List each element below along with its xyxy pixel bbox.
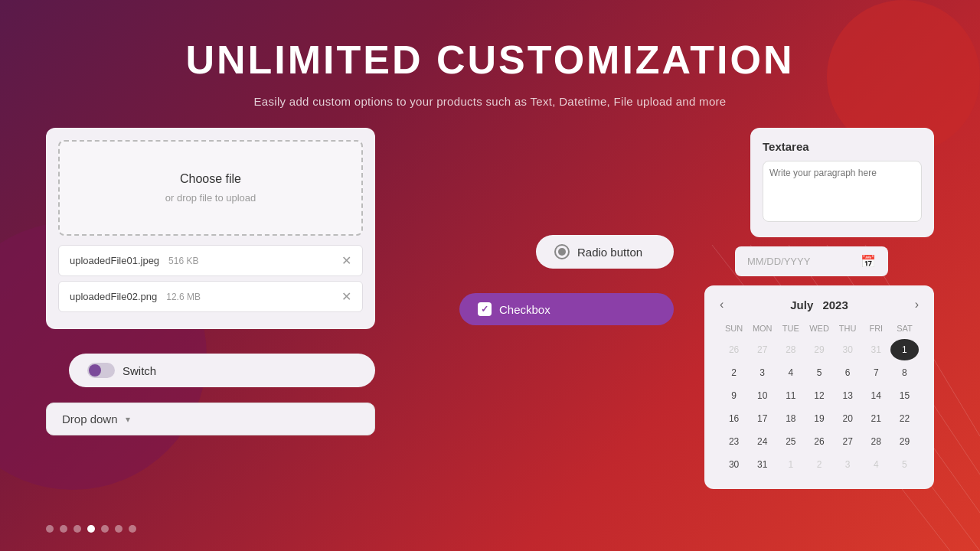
textarea-widget: Textarea: [750, 128, 934, 237]
day-header-sat: SAT: [890, 321, 919, 336]
calendar-widget: ‹ July 2023 › SUN MON TUE WED: [704, 285, 934, 489]
cal-day[interactable]: 3: [834, 454, 862, 475]
cal-day[interactable]: 15: [890, 385, 919, 406]
textarea-field[interactable]: [763, 161, 922, 222]
carousel-dot-1[interactable]: [46, 525, 54, 533]
cal-day[interactable]: 10: [748, 385, 776, 406]
radio-widget[interactable]: Radio button: [536, 235, 674, 269]
carousel-dot-7[interactable]: [129, 525, 136, 533]
file-drop-zone[interactable]: Choose file or drop file to upload: [58, 140, 363, 236]
calendar-month-year: July 2023: [790, 298, 848, 311]
date-placeholder: MM/DD/YYYY: [747, 256, 854, 267]
cal-day[interactable]: 19: [805, 408, 833, 429]
radio-label: Radio button: [577, 246, 642, 259]
cal-day[interactable]: 6: [834, 362, 862, 383]
day-header-fri: FRI: [862, 321, 890, 336]
calendar-week-2: 2 3 4 5 6 7 8: [720, 362, 919, 383]
cal-day-selected[interactable]: 1: [890, 339, 919, 360]
cal-day[interactable]: 7: [862, 362, 890, 383]
file-size-1: 516 KB: [168, 256, 198, 266]
carousel-dot-4-active[interactable]: [87, 525, 95, 533]
radio-dot: [554, 244, 570, 259]
cal-day[interactable]: 18: [776, 408, 805, 429]
cal-day[interactable]: 17: [748, 408, 776, 429]
left-column: Choose file or drop file to upload uploa…: [46, 128, 375, 435]
calendar-grid: SUN MON TUE WED THU FRI SAT 26 27 2: [720, 321, 919, 475]
checkbox-box: ✓: [478, 302, 492, 316]
content-container: Choose file or drop file to upload uploa…: [46, 128, 934, 489]
cal-day[interactable]: 22: [890, 408, 919, 429]
calendar-week-5: 23 24 25 26 27 28 29: [720, 431, 919, 452]
cal-day[interactable]: 11: [776, 385, 805, 406]
switch-widget[interactable]: Switch: [69, 354, 375, 387]
drop-hint: or drop file to upload: [75, 192, 346, 204]
date-input-widget[interactable]: MM/DD/YYYY 📅: [735, 246, 888, 276]
cal-day[interactable]: 14: [862, 385, 890, 406]
cal-day[interactable]: 23: [720, 431, 748, 452]
file-size-2: 12.6 MB: [166, 292, 201, 302]
calendar-month: July: [790, 298, 813, 311]
cal-day[interactable]: 8: [890, 362, 919, 383]
center-column: Radio button ✓ Checkbox: [406, 174, 674, 325]
cal-day[interactable]: 21: [862, 408, 890, 429]
file-item-2: uploadedFile02.png 12.6 MB ✕: [58, 281, 363, 312]
cal-day[interactable]: 9: [720, 385, 748, 406]
cal-day[interactable]: 28: [776, 339, 805, 360]
cal-day[interactable]: 5: [890, 454, 919, 475]
file-name-2: uploadedFile02.png: [70, 291, 157, 302]
cal-day[interactable]: 29: [805, 339, 833, 360]
calendar-week-3: 9 10 11 12 13 14 15: [720, 385, 919, 406]
day-header-sun: SUN: [720, 321, 748, 336]
calendar-header: ‹ July 2023 ›: [720, 298, 919, 311]
carousel-dot-2[interactable]: [60, 525, 67, 533]
cal-day[interactable]: 20: [834, 408, 862, 429]
day-header-tue: TUE: [776, 321, 805, 336]
switch-toggle[interactable]: [87, 363, 115, 378]
carousel-dot-5[interactable]: [101, 525, 109, 533]
cal-day[interactable]: 3: [748, 362, 776, 383]
switch-label: Switch: [122, 364, 156, 377]
carousel-dot-3[interactable]: [74, 525, 81, 533]
right-column: Textarea MM/DD/YYYY 📅 ‹ July: [704, 128, 934, 489]
file-name-1: uploadedFile01.jpeg: [70, 255, 159, 266]
calendar-week-4: 16 17 18 19 20 21 22: [720, 408, 919, 429]
file-info-2: uploadedFile02.png 12.6 MB: [70, 291, 341, 302]
main-area: Choose file or drop file to upload uploa…: [0, 128, 980, 489]
cal-day[interactable]: 24: [748, 431, 776, 452]
cal-day[interactable]: 27: [834, 431, 862, 452]
cal-day[interactable]: 1: [776, 454, 805, 475]
dropdown-widget[interactable]: Drop down ▾: [46, 403, 375, 435]
cal-day[interactable]: 4: [862, 454, 890, 475]
cal-day[interactable]: 28: [862, 431, 890, 452]
cal-day[interactable]: 16: [720, 408, 748, 429]
cal-day[interactable]: 25: [776, 431, 805, 452]
calendar-day-headers: SUN MON TUE WED THU FRI SAT: [720, 321, 919, 336]
cal-day[interactable]: 31: [862, 339, 890, 360]
cal-day[interactable]: 2: [720, 362, 748, 383]
cal-day[interactable]: 31: [748, 454, 776, 475]
cal-day[interactable]: 13: [834, 385, 862, 406]
cal-day[interactable]: 29: [890, 431, 919, 452]
cal-day[interactable]: 12: [805, 385, 833, 406]
cal-day[interactable]: 4: [776, 362, 805, 383]
switch-thumb: [89, 364, 101, 377]
file-remove-2[interactable]: ✕: [341, 289, 351, 304]
file-remove-1[interactable]: ✕: [341, 253, 351, 268]
carousel-dot-6[interactable]: [115, 525, 122, 533]
checkbox-label: Checkbox: [499, 303, 550, 316]
cal-day[interactable]: 26: [805, 431, 833, 452]
file-upload-widget: Choose file or drop file to upload uploa…: [46, 128, 375, 329]
checkbox-widget[interactable]: ✓ Checkbox: [459, 293, 674, 325]
cal-day[interactable]: 2: [805, 454, 833, 475]
cal-day[interactable]: 26: [720, 339, 748, 360]
cal-day[interactable]: 30: [720, 454, 748, 475]
calendar-prev-button[interactable]: ‹: [720, 298, 724, 311]
file-info: uploadedFile01.jpeg 516 KB: [70, 255, 341, 266]
cal-day[interactable]: 5: [805, 362, 833, 383]
calendar-next-button[interactable]: ›: [915, 298, 919, 311]
calendar-icon: 📅: [861, 254, 876, 269]
cal-day[interactable]: 30: [834, 339, 862, 360]
choose-file-button[interactable]: Choose file: [180, 172, 241, 186]
radio-dot-inner: [558, 248, 566, 256]
cal-day[interactable]: 27: [748, 339, 776, 360]
